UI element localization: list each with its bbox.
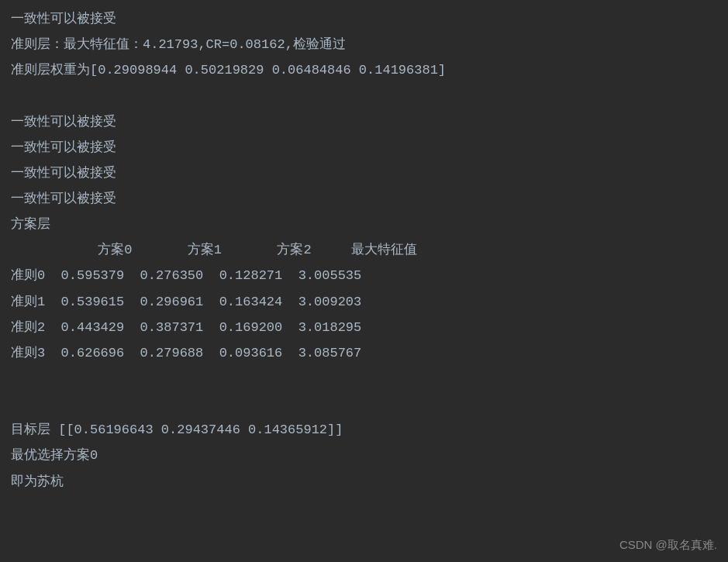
output-line: 准则层权重为[0.29098944 0.50219829 0.06484846 … xyxy=(11,57,717,83)
output-line: 方案层 xyxy=(11,212,717,237)
empty-line xyxy=(11,366,717,391)
output-line: 一致性可以被接受 xyxy=(11,160,717,186)
output-line: 一致性可以被接受 xyxy=(11,186,717,212)
output-line: 最优选择方案0 xyxy=(11,443,717,468)
empty-line xyxy=(11,83,717,109)
watermark: CSDN @取名真难. xyxy=(619,533,717,556)
table-row: 准则1 0.539615 0.296961 0.163424 3.009203 xyxy=(11,289,717,315)
table-row: 准则2 0.443429 0.387371 0.169200 3.018295 xyxy=(11,315,717,340)
empty-line xyxy=(11,391,717,417)
output-line: 准则层：最大特征值：4.21793,CR=0.08162,检验通过 xyxy=(11,32,717,57)
table-header: 方案0 方案1 方案2 最大特征值 xyxy=(11,237,717,263)
output-line: 目标层 [[0.56196643 0.29437446 0.14365912]] xyxy=(11,417,717,443)
table-row: 准则0 0.595379 0.276350 0.128271 3.005535 xyxy=(11,263,717,288)
output-line: 一致性可以被接受 xyxy=(11,6,717,32)
output-line: 即为苏杭 xyxy=(11,469,717,495)
output-line: 一致性可以被接受 xyxy=(11,135,717,160)
output-line: 一致性可以被接受 xyxy=(11,109,717,135)
table-row: 准则3 0.626696 0.279688 0.093616 3.085767 xyxy=(11,340,717,366)
